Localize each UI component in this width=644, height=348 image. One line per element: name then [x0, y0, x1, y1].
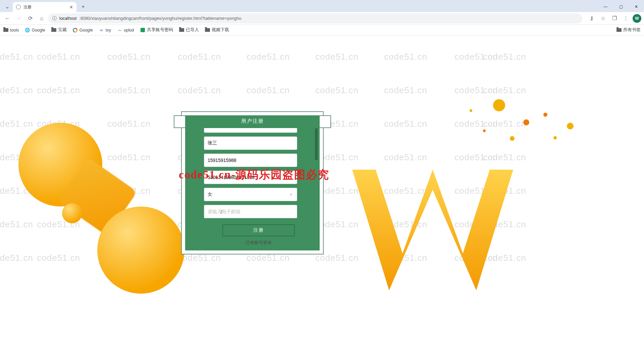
- watermark-text: code51.cn: [37, 119, 80, 129]
- watermark-text: code51.cn: [454, 85, 498, 96]
- watermark-text: code51.cn: [315, 52, 359, 62]
- url-path: :8080/xiaoyuanshitangdingcan/front/pages…: [79, 16, 241, 21]
- bookmark-shared-accounts[interactable]: 共享账号密码: [140, 27, 173, 33]
- url-host: localhost: [59, 16, 76, 21]
- gender-field[interactable]: 女 ▼: [204, 188, 297, 201]
- watermark-text: code51.cn: [483, 219, 526, 230]
- watermark-text: code51.cn: [454, 152, 498, 163]
- browser-frame: ⌄ 注册 ✕ + — ▢ ✕ ← → ⟳ ⌂ ⓘ localhost:8080/…: [0, 0, 644, 348]
- bookmark-treasure[interactable]: 宝藏: [51, 27, 67, 33]
- watermark-text: code51.cn: [384, 119, 427, 129]
- all-bookmarks[interactable]: 所有书签: [616, 27, 641, 33]
- new-tab-button[interactable]: +: [78, 2, 88, 11]
- watermark-text: code51.cn: [0, 253, 33, 263]
- bookmark-google[interactable]: Google: [73, 28, 93, 33]
- upload-icon: ෴: [117, 28, 122, 33]
- close-window-button[interactable]: ✕: [629, 1, 644, 12]
- name-input[interactable]: [208, 140, 293, 146]
- watermark-text: code51.cn: [384, 85, 427, 96]
- password-key-icon[interactable]: ⚷: [587, 14, 596, 23]
- globe-icon: [16, 5, 21, 9]
- url-bar: ← → ⟳ ⌂ ⓘ localhost:8080/xiaoyuanshitang…: [0, 12, 644, 25]
- menu-dots-icon[interactable]: ⋮: [621, 14, 631, 23]
- watermark-text: code51.cn: [483, 253, 526, 263]
- window-controls: — ▢ ✕: [598, 1, 644, 12]
- watermark-text: code51.cn: [37, 186, 80, 196]
- watermark-text: code51.cn: [247, 85, 290, 96]
- bookmark-upload[interactable]: ෴uplod: [117, 28, 134, 33]
- gender-value: 女: [208, 191, 212, 197]
- google-icon: [73, 28, 77, 33]
- watermark-text: code51.cn: [107, 152, 151, 163]
- back-button[interactable]: ←: [3, 14, 12, 23]
- lock-icon: [141, 28, 145, 32]
- watermark-text: code51.cn: [107, 119, 151, 129]
- name-field[interactable]: [204, 136, 297, 150]
- watermark-text: code51.cn: [454, 186, 498, 196]
- extensions-icon[interactable]: ❐: [610, 14, 619, 23]
- bookmark-video-download[interactable]: 视频下载: [205, 27, 229, 33]
- watermark-text: code51.cn: [0, 219, 33, 230]
- maximize-button[interactable]: ▢: [613, 1, 629, 12]
- watermark-text: code51.cn: [315, 85, 359, 96]
- watermark-text: code51.cn: [384, 253, 427, 263]
- register-panel: 用户注册 女 ▼: [185, 115, 320, 250]
- watermark-text: code51.cn: [247, 52, 290, 62]
- url-input[interactable]: ⓘ localhost:8080/xiaoyuanshitangdingcan/…: [48, 13, 582, 23]
- watermark-text: code51.cn: [0, 152, 33, 163]
- reload-button[interactable]: ⟳: [25, 14, 35, 23]
- watermark-text: code51.cn: [0, 52, 33, 62]
- watermark-text: code51.cn: [483, 152, 526, 163]
- watermark-text: code51.cn: [483, 119, 526, 129]
- phone-input[interactable]: [208, 158, 293, 163]
- register-button[interactable]: 注册: [222, 224, 295, 236]
- watermark-text: code51.cn: [0, 85, 33, 96]
- tab-current[interactable]: 注册 ✕: [13, 2, 76, 12]
- register-title: 用户注册: [241, 118, 264, 124]
- scrollbar-thumb[interactable]: [315, 128, 318, 160]
- email-input[interactable]: [208, 209, 293, 214]
- watermark-text: code51.cn: [454, 253, 498, 263]
- email-field[interactable]: 𝙸: [204, 205, 297, 218]
- chevron-down-icon: ▼: [289, 193, 293, 196]
- watermark-text: code51.cn: [37, 152, 80, 163]
- watermark-text: code51.cn: [454, 52, 498, 62]
- url-right-actions: ⚷ ☆ ❐ ⋮ W: [587, 14, 641, 23]
- globe-icon: 🌐: [25, 28, 30, 33]
- page-content: code51.cncode51.cncode51.cncode51.cncode…: [0, 36, 644, 348]
- bookmark-google-site[interactable]: 🌐Google: [25, 28, 45, 33]
- watermark-text: code51.cn: [0, 186, 33, 196]
- field-above-cutoff[interactable]: [204, 128, 297, 133]
- register-card: 用户注册 女 ▼: [181, 111, 324, 254]
- watermark-text: code51.cn: [107, 85, 151, 96]
- register-title-wrap: 用户注册: [185, 115, 320, 127]
- profile-avatar[interactable]: W: [633, 14, 641, 23]
- register-form-body: 女 ▼ 𝙸 注册 已有账号登录: [185, 127, 320, 246]
- bookmark-txy[interactable]: ∞txy: [99, 28, 111, 33]
- site-info-icon[interactable]: ⓘ: [52, 15, 57, 21]
- bookmark-imported[interactable]: 已导入: [179, 27, 199, 33]
- idcard-field[interactable]: [204, 171, 297, 184]
- close-icon[interactable]: ✕: [69, 5, 73, 10]
- watermark-text: code51.cn: [37, 52, 80, 62]
- idcard-input[interactable]: [208, 175, 293, 180]
- home-button[interactable]: ⌂: [37, 14, 46, 23]
- watermark-text: code51.cn: [37, 253, 80, 263]
- minimize-button[interactable]: —: [598, 1, 613, 12]
- tab-dropdown-icon[interactable]: ⌄: [3, 3, 11, 10]
- watermark-text: code51.cn: [483, 186, 526, 196]
- watermark-text: code51.cn: [454, 119, 498, 129]
- tab-strip: ⌄ 注册 ✕ + — ▢ ✕: [0, 0, 644, 12]
- bookmark-tools[interactable]: tools: [3, 28, 19, 33]
- bookmark-star-icon[interactable]: ☆: [598, 14, 608, 23]
- phone-field[interactable]: [204, 154, 297, 167]
- watermark-text: code51.cn: [384, 186, 427, 196]
- forward-button[interactable]: →: [14, 14, 23, 23]
- watermark-text: code51.cn: [0, 119, 33, 129]
- watermark-text: code51.cn: [483, 85, 526, 96]
- watermark-text: code51.cn: [178, 52, 221, 62]
- watermark-text: code51.cn: [37, 85, 80, 96]
- login-link[interactable]: 已有账号登录: [204, 240, 313, 246]
- watermark-text: code51.cn: [384, 219, 427, 230]
- watermark-text: code51.cn: [107, 253, 151, 263]
